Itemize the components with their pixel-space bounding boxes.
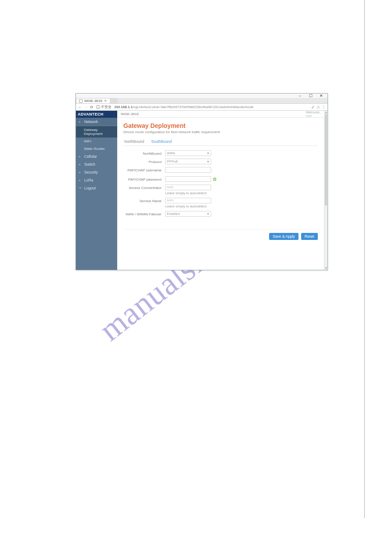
browser-window: – ☐ ✕ WISE-3610 ✕ ← → ⟳ i 不安全 192.168.1.… (76, 93, 328, 270)
input-papchap-username[interactable] (165, 167, 211, 173)
url-display[interactable]: 192.168.1.1/cgi-bin/luci/;stok=3ab7f8c94… (113, 105, 309, 109)
security-indicator[interactable]: i 不安全 (96, 105, 111, 109)
input-service-name[interactable]: auto (165, 198, 211, 203)
tab-title: WISE-3610 (84, 99, 102, 103)
window-maximize-button[interactable]: ☐ (307, 94, 314, 98)
browser-menu-button[interactable]: ⋮ (322, 105, 326, 109)
select-value: Enabled (167, 212, 180, 216)
translate-button[interactable]: ⤢ (311, 105, 315, 109)
select-value: WAN (167, 151, 175, 155)
sidebar-item-network[interactable]: ≡ Network (76, 118, 117, 126)
tab-bar: NorthBound SouthBound (123, 138, 318, 146)
reload-button[interactable]: ⟳ (90, 105, 94, 109)
sidebar-item-lora[interactable]: ≡ LoRa (76, 176, 117, 184)
sidebar-sub-gateway-deployment[interactable]: Gateway Deployment (76, 126, 117, 138)
select-value: PPPoE (167, 160, 178, 163)
top-strip: WISE-3610 Welcome, root (117, 111, 324, 118)
scroll-up-icon[interactable]: ▴ (324, 111, 327, 114)
security-label: 不安全 (101, 105, 111, 109)
password-reveal-icon[interactable] (212, 177, 217, 181)
row-papchap-password: PAP/CHAP password (123, 176, 318, 182)
vertical-scrollbar[interactable]: ▴ ▾ (324, 111, 327, 270)
new-tab-ghost[interactable] (110, 98, 118, 103)
list-icon: ≡ (79, 163, 82, 166)
sidebar-item-security[interactable]: ≡ Security (76, 168, 117, 176)
scroll-down-icon[interactable]: ▾ (324, 266, 327, 270)
sidebar: ADVANTECH ≡ Network Gateway Deployment W… (76, 111, 117, 270)
list-icon: ≡ (79, 155, 82, 158)
row-papchap-username: PAP/CHAP username (123, 167, 318, 174)
page-title: Gateway Deployment (123, 122, 318, 129)
page-subtitle: Device mode configuration for field netw… (123, 130, 318, 134)
nav-back-button[interactable]: ← (78, 105, 82, 109)
label-access-concentrator: Access Concentrator (123, 185, 165, 190)
sidebar-item-label: Logout (84, 186, 96, 190)
tab-southbound[interactable]: SouthBound (150, 138, 173, 145)
label-service-name: Service Name (123, 198, 165, 203)
bookmark-star-button[interactable]: ☆ (316, 105, 320, 109)
row-protocol: Protocol PPPoE ▼ (123, 159, 318, 164)
sidebar-item-switch[interactable]: ≡ Switch (76, 160, 117, 168)
tab-close-icon[interactable]: ✕ (104, 99, 107, 103)
save-apply-button[interactable]: Save & Apply (269, 233, 298, 240)
welcome-block: Welcome, root (306, 111, 320, 117)
nav-forward-button[interactable]: → (84, 105, 88, 109)
brand-bar: ADVANTECH (76, 111, 117, 118)
row-access-concentrator: Access Concentrator auto Leave empty to … (123, 185, 318, 195)
chevron-down-icon: ▼ (207, 213, 209, 215)
label-protocol: Protocol (123, 159, 165, 164)
list-icon: ≡ (79, 179, 82, 182)
page-divider (364, 0, 365, 518)
list-icon: ≡ (79, 171, 82, 174)
chevron-down-icon: ▼ (207, 152, 209, 155)
sidebar-item-label: Switch (84, 162, 95, 167)
sidebar-item-label: Security (84, 170, 98, 174)
sidebar-sub-wifi[interactable]: WIFI (76, 138, 117, 145)
sidebar-sub-static-routes[interactable]: Static Routes (76, 145, 117, 152)
hint-service-name: Leave empty to autodetect (165, 204, 318, 208)
scrollbar-thumb[interactable] (325, 114, 327, 206)
chevron-down-icon: ▼ (207, 160, 209, 163)
reset-button[interactable]: Reset (301, 233, 318, 240)
address-bar: ← → ⟳ i 不安全 192.168.1.1/cgi-bin/luci/;st… (76, 104, 327, 111)
device-name: WISE-3610 (121, 112, 139, 116)
sidebar-item-logout[interactable]: ↪ Logout (76, 184, 117, 192)
select-northbound[interactable]: WAN ▼ (165, 150, 211, 156)
url-host: 192.168.1.1 (114, 105, 133, 109)
tab-northbound[interactable]: NorthBound (123, 138, 145, 145)
input-papchap-password[interactable] (165, 176, 211, 182)
label-failover: WAN / WWAN Failover (123, 211, 165, 216)
brand-logo: ADVANTECH (78, 112, 104, 116)
url-path: /cgi-bin/luci/;stok=3ab7f8c947370e59af23… (133, 105, 253, 109)
select-failover[interactable]: Enabled ▼ (165, 211, 211, 217)
welcome-user: root (306, 114, 312, 118)
row-failover: WAN / WWAN Failover Enabled ▼ (123, 211, 318, 217)
action-bar: Save & Apply Reset (123, 229, 318, 240)
row-northbound: NorthBound WAN ▼ (123, 150, 318, 156)
sidebar-item-cellular[interactable]: ≡ Cellular (76, 152, 117, 160)
label-northbound: NorthBound (123, 150, 165, 156)
logout-icon: ↪ (79, 186, 82, 190)
browser-tab[interactable]: WISE-3610 ✕ (76, 98, 110, 103)
list-icon: ≡ (79, 120, 82, 123)
title-bar: – ☐ ✕ (76, 94, 327, 98)
content-area: Gateway Deployment Device mode configura… (117, 118, 324, 270)
scrollbar-track[interactable] (324, 114, 327, 266)
app-frame: ADVANTECH ≡ Network Gateway Deployment W… (76, 111, 327, 270)
sidebar-item-label: Network (84, 120, 98, 124)
info-icon: i (96, 105, 100, 109)
label-papchap-username: PAP/CHAP username (123, 167, 165, 172)
window-close-button[interactable]: ✕ (318, 94, 325, 98)
sidebar-item-label: Cellular (84, 154, 97, 159)
tab-strip: WISE-3610 ✕ (76, 98, 327, 104)
sidebar-item-label: LoRa (84, 178, 93, 182)
hint-access-concentrator: Leave empty to autodetect (165, 191, 318, 195)
main-panel: WISE-3610 Welcome, root Gateway Deployme… (117, 111, 324, 270)
window-minimize-button[interactable]: – (297, 94, 304, 98)
label-papchap-password: PAP/CHAP password (123, 176, 165, 181)
row-service-name: Service Name auto Leave empty to autodet… (123, 198, 318, 208)
page-icon (79, 99, 83, 103)
select-protocol[interactable]: PPPoE ▼ (165, 159, 211, 164)
input-access-concentrator[interactable]: auto (165, 185, 211, 190)
